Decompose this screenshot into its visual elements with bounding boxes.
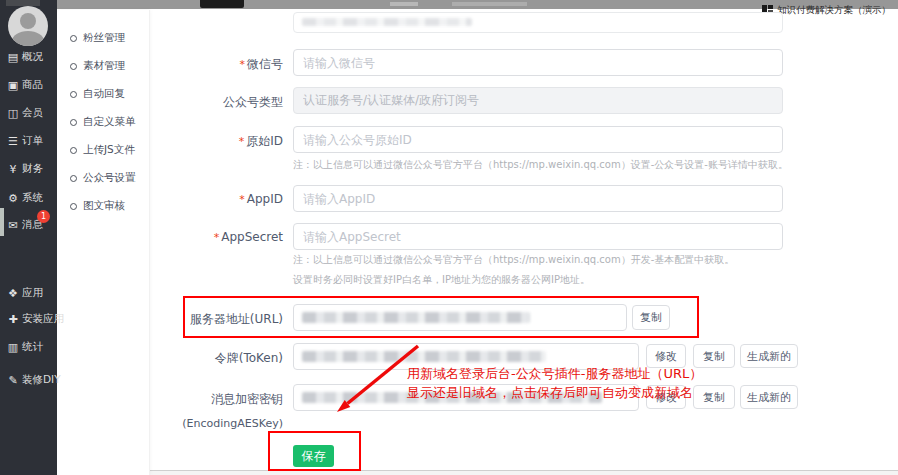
sidebar-item-finance[interactable]: ¥财务 <box>0 161 57 177</box>
sidebar-item-members[interactable]: ◫会员 <box>0 105 57 121</box>
account-type-input <box>293 87 783 114</box>
sidebar-item-system[interactable]: ⚙系统 <box>0 190 57 206</box>
scroll-indicator <box>0 208 4 236</box>
submenu-item-autoreply[interactable]: 自动回复 <box>57 87 150 101</box>
stats-icon: ▥ <box>7 341 19 354</box>
goods-icon: ▣ <box>7 79 19 92</box>
sidebar-item-overview[interactable]: ▤概况 <box>0 49 57 65</box>
submenu-item-official-account-settings[interactable]: 公众号设置 <box>57 171 150 185</box>
circle-icon <box>70 203 77 210</box>
server-url-copy-button[interactable]: 复制 <box>632 305 670 330</box>
submenu-item-label: 公众号设置 <box>83 171 136 185</box>
circle-icon <box>70 91 77 98</box>
submenu-item-article-review[interactable]: 图文审核 <box>57 199 150 213</box>
sidebar-item-label: 订单 <box>22 134 43 148</box>
appid-label: *AppID <box>143 192 283 206</box>
submenu-item-label: 粉丝管理 <box>83 31 125 45</box>
token-label: 令牌(ToKen) <box>143 350 283 367</box>
server-url-input[interactable] <box>293 304 627 331</box>
avatar[interactable] <box>8 6 48 46</box>
members-icon: ◫ <box>7 107 19 120</box>
page-bottom-edge <box>150 471 898 475</box>
sidebar-item-orders[interactable]: ☰订单 <box>0 133 57 149</box>
sidebar-item-label: 概况 <box>22 50 43 64</box>
circle-icon <box>70 119 77 126</box>
required-asterisk: * <box>240 58 246 71</box>
sidebar-item-apps[interactable]: ❖应用 <box>0 285 57 301</box>
original-id-input[interactable] <box>293 126 783 153</box>
circle-icon <box>70 63 77 70</box>
aes-key-sublabel: (EncodingAESKey) <box>143 417 283 430</box>
submenu-item-label: 图文审核 <box>83 199 125 213</box>
aes-key-label: 消息加密密钥 <box>143 391 283 408</box>
submenu-item-custom-menu[interactable]: 自定义菜单 <box>57 115 150 129</box>
orders-cart-icon: ☰ <box>7 135 19 148</box>
circle-icon <box>70 35 77 42</box>
appsecret-input[interactable] <box>293 223 783 250</box>
submenu-item-label: 自定义菜单 <box>83 115 136 129</box>
dashboard-icon: ▤ <box>7 51 19 64</box>
sidebar-item-label: 会员 <box>22 106 43 120</box>
submenu-item-label: 上传JS文件 <box>83 143 135 157</box>
submenu-item-label: 自动回复 <box>83 87 125 101</box>
blurred-server-url-value <box>302 312 530 323</box>
wechat-id-input[interactable] <box>293 49 783 76</box>
secondary-sidebar: 粉丝管理 素材管理 自动回复 自定义菜单 上传JS文件 公众号设置 图文审核 <box>57 10 150 475</box>
annotation-line2: 显示还是旧域名，点击保存后即可自动变成新域名 <box>407 383 702 402</box>
sidebar-item-label: 商品 <box>22 78 43 92</box>
blurred-value <box>302 18 472 26</box>
required-asterisk: * <box>214 231 220 244</box>
submenu-item-material[interactable]: 素材管理 <box>57 59 150 73</box>
sidebar-item-label: 安装应用 <box>22 312 64 326</box>
primary-sidebar: ▤概况 ▣商品 ◫会员 ☰订单 ¥财务 ⚙系统 ✉消息 1 ❖应用 ✚安装应用 … <box>0 0 57 475</box>
sidebar-item-label: 财务 <box>22 162 43 176</box>
sidebar-item-stats[interactable]: ▥统计 <box>0 339 57 355</box>
submenu-item-fans[interactable]: 粉丝管理 <box>57 31 150 45</box>
dev-info-note: 注：以上信息可以通过微信公众号官方平台（https://mp.weixin.qq… <box>293 253 734 267</box>
sidebar-item-label: 系统 <box>22 191 43 205</box>
blurred-token-value <box>302 351 546 362</box>
token-generate-button[interactable]: 生成新的 <box>740 344 798 368</box>
submenu-item-label: 素材管理 <box>83 59 125 73</box>
diy-tools-icon: ✎ <box>7 374 19 387</box>
submenu-item-upload-js[interactable]: 上传JS文件 <box>57 143 150 157</box>
cutoff-text-fragment <box>6 0 40 6</box>
required-asterisk: * <box>239 193 245 206</box>
account-type-label: 公众号类型 <box>143 94 283 111</box>
circle-icon <box>70 147 77 154</box>
annotation-line1: 用新域名登录后台-公众号插件-服务器地址（URL） <box>407 364 702 383</box>
sidebar-item-label: 统计 <box>22 340 43 354</box>
message-icon: ✉ <box>7 219 19 232</box>
message-count-badge: 1 <box>37 210 50 223</box>
finance-yen-icon: ¥ <box>7 163 19 176</box>
original-id-label: *原始ID <box>143 133 283 150</box>
account-info-note: 注：以上信息可以通过微信公众号官方平台（https://mp.weixin.qq… <box>293 158 788 172</box>
apps-icon: ❖ <box>7 287 19 300</box>
circle-icon <box>70 175 77 182</box>
account-name-field-cutoff[interactable] <box>293 12 783 33</box>
sidebar-item-goods[interactable]: ▣商品 <box>0 77 57 93</box>
appsecret-label: *AppSecret <box>143 230 283 244</box>
sidebar-item-label: 应用 <box>22 286 43 300</box>
server-url-label: 服务器地址(URL) <box>143 311 283 328</box>
save-button[interactable]: 保存 <box>293 445 334 467</box>
required-asterisk: * <box>239 135 245 148</box>
appid-input[interactable] <box>293 185 783 212</box>
sidebar-item-install-app[interactable]: ✚安装应用 <box>0 311 57 327</box>
system-gear-icon: ⚙ <box>7 192 19 205</box>
annotation-text: 用新域名登录后台-公众号插件-服务器地址（URL） 显示还是旧域名，点击保存后即… <box>407 364 702 402</box>
wechat-id-label: *微信号 <box>143 56 283 73</box>
ip-whitelist-note: 设置时务必同时设置好IP白名单，IP地址为您的服务器公网IP地址。 <box>293 273 590 287</box>
aes-generate-button[interactable]: 生成新的 <box>740 385 798 409</box>
install-app-icon: ✚ <box>7 313 19 326</box>
sidebar-item-label: 装修DIY <box>22 373 61 387</box>
sidebar-item-diy[interactable]: ✎装修DIY <box>0 372 57 388</box>
